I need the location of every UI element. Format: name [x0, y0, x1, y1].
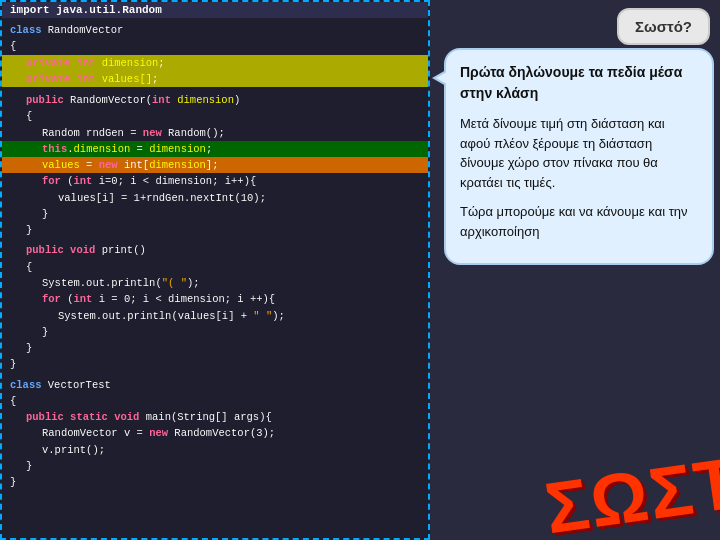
open-brace-print: { — [26, 259, 420, 275]
close-print: } — [26, 340, 420, 356]
private-values-line: private int values[]; — [2, 71, 428, 87]
random-vector-v: RandomVector v = new RandomVector(3); — [42, 425, 420, 441]
kw-class: class — [10, 24, 48, 36]
open-brace-2: { — [26, 108, 420, 124]
class-name: RandomVector — [48, 24, 124, 36]
right-panel: Σωστό? Πρώτα δηλώνουμε τα πεδία μέσα στη… — [430, 0, 720, 540]
for-loop-line: for (int i=0; i < dimension; i++){ — [42, 173, 420, 189]
close-for-2: } — [42, 324, 420, 340]
public-static-main: public static void main(String[] args){ — [26, 409, 420, 425]
code-panel: import java.util.Random class RandomVect… — [0, 0, 430, 540]
bubble-text-1: Πρώτα δηλώνουμε τα πεδία μέσα στην κλάση — [460, 62, 698, 104]
close-class-1: } — [10, 356, 420, 372]
main-container: import java.util.Random class RandomVect… — [0, 0, 720, 540]
bubble-section-2: Μετά δίνουμε τιμή στη διάσταση και αφού … — [460, 114, 698, 192]
bubble-section-1: Πρώτα δηλώνουμε τα πεδία μέσα στην κλάση — [460, 62, 698, 104]
bubble-text-3: Τώρα μπορούμε και να κάνουμε και την αρχ… — [460, 202, 698, 241]
bubble-text-2: Μετά δίνουμε τιμή στη διάσταση και αφού … — [460, 114, 698, 192]
values-assign-line: values[i] = 1+rndGen.nextInt(10); — [58, 190, 420, 206]
correct-question-bubble: Σωστό? — [617, 8, 710, 45]
bubble-section-3: Τώρα μπορούμε και να κάνουμε και την αρχ… — [460, 202, 698, 241]
correct-question-text: Σωστό? — [635, 18, 692, 35]
import-line: import java.util.Random — [2, 2, 428, 18]
values-new-line: values = new int[dimension]; — [2, 157, 428, 173]
open-brace-4: { — [10, 393, 420, 409]
this-dimension-line: this.dimension = dimension; — [2, 141, 428, 157]
code-content: class RandomVector { private int dimensi… — [2, 18, 428, 494]
constructor-declaration: public RandomVector(int dimension) — [10, 92, 420, 108]
class-vector-test: class VectorTest — [10, 377, 420, 393]
v-print-line: v.print(); — [42, 442, 420, 458]
for-loop-2: for (int i = 0; i < dimension; i ++){ — [42, 291, 420, 307]
random-rnd-line: Random rndGen = new Random(); — [42, 125, 420, 141]
close-class-2: } — [10, 474, 420, 490]
public-void-print: public void print() — [26, 242, 420, 258]
big-correct-text: ΣΩΣΤΟ! — [540, 429, 720, 540]
private-dimension-line: private int dimension; — [2, 55, 428, 71]
explanation-bubble: Πρώτα δηλώνουμε τα πεδία μέσα στην κλάση… — [444, 48, 714, 265]
open-brace-1: { — [10, 38, 420, 54]
close-constructor: } — [26, 222, 420, 238]
close-main: } — [26, 458, 420, 474]
import-text: import java.util.Random — [10, 4, 162, 16]
close-for-1: } — [42, 206, 420, 222]
system-out-1: System.out.println("( "); — [42, 275, 420, 291]
system-out-2: System.out.println(values[i] + " "); — [58, 308, 420, 324]
class-declaration: class RandomVector — [10, 22, 420, 38]
